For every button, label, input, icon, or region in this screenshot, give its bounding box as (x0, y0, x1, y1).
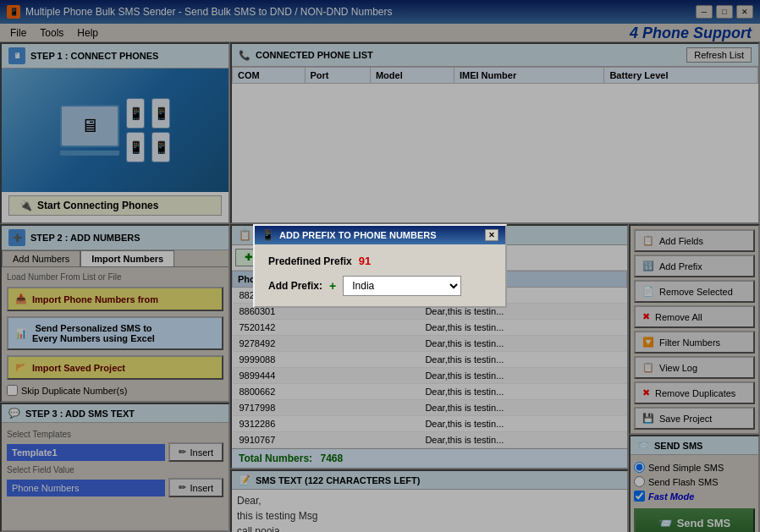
modal-content: Predefined Prefix 91 Add Prefix: + India… (255, 244, 505, 306)
add-prefix-modal: 📱 ADD PREFIX TO PHONE NUMBERS ✕ Predefin… (253, 224, 507, 308)
plus-icon: + (329, 279, 336, 293)
modal-phone-icon: 📱 (262, 229, 274, 241)
modal-close-button[interactable]: ✕ (485, 229, 498, 241)
predefined-prefix-row: Predefined Prefix 91 (268, 255, 492, 267)
country-select[interactable]: India USA UK Australia Canada (343, 276, 461, 296)
add-prefix-label: Add Prefix: (268, 280, 322, 292)
modal-title-bar: 📱 ADD PREFIX TO PHONE NUMBERS ✕ (255, 226, 505, 244)
add-prefix-row: Add Prefix: + India USA UK Australia Can… (268, 276, 492, 296)
predefined-label: Predefined Prefix (268, 255, 352, 267)
modal-title: ADD PREFIX TO PHONE NUMBERS (279, 230, 485, 240)
modal-overlay: 📱 ADD PREFIX TO PHONE NUMBERS ✕ Predefin… (0, 0, 760, 532)
predefined-value: 91 (359, 255, 371, 267)
